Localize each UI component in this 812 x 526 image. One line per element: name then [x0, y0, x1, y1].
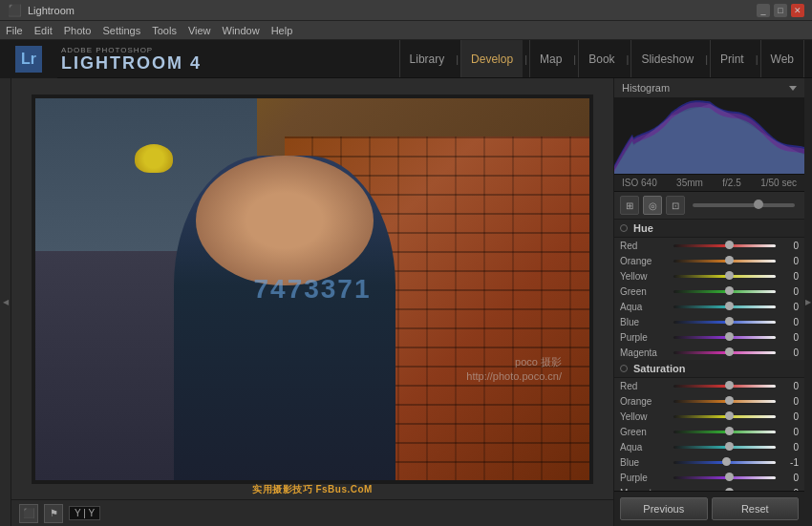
slider-track-red[interactable]: [673, 244, 776, 247]
focal-value: 35mm: [676, 178, 703, 188]
slider-track-purple[interactable]: [673, 476, 776, 479]
slider-thumb-aqua[interactable]: [725, 302, 734, 310]
slider-thumb-red[interactable]: [725, 381, 734, 389]
menu-photo[interactable]: Photo: [64, 25, 92, 36]
slider-thumb-red[interactable]: [725, 241, 734, 249]
reset-button[interactable]: Reset: [712, 497, 800, 520]
slider-track-yellow[interactable]: [673, 275, 776, 278]
slider-track-magenta[interactable]: [673, 351, 776, 354]
color-row-red: Red0: [614, 378, 804, 393]
center-panel: 7473371 poco 摄影 http://photo.poco.cn/ 实用…: [11, 78, 613, 526]
hue-rows: Red0Orange0Yellow0Green0Aqua0Blue0Purple…: [614, 238, 804, 360]
hsl-section: Hue Red0Orange0Yellow0Green0Aqua0Blue0Pu…: [614, 220, 804, 491]
slider-track-aqua[interactable]: [673, 305, 776, 308]
nav-sep-1: |: [454, 53, 460, 65]
circle-tool-icon[interactable]: ◎: [643, 196, 662, 215]
tab-slideshow[interactable]: Slideshow: [630, 40, 703, 77]
previous-button[interactable]: Previous: [620, 497, 708, 520]
view-toggle-btn[interactable]: ⬛: [19, 504, 38, 523]
menu-window[interactable]: Window: [223, 25, 260, 36]
maximize-button[interactable]: □: [774, 4, 787, 17]
photo-person: [174, 156, 395, 480]
right-panel: Histogram ISO 640 35mm f/2.5 1/50 sec ⊞ …: [613, 78, 804, 526]
slider-track-yellow[interactable]: [673, 415, 776, 418]
slider-track-orange[interactable]: [673, 260, 776, 263]
slider-thumb-yellow[interactable]: [725, 411, 734, 420]
slider-track-blue[interactable]: [673, 321, 776, 324]
histogram-header[interactable]: Histogram: [614, 78, 804, 98]
slider-thumb-orange[interactable]: [725, 256, 734, 264]
color-label-green: Green: [620, 427, 670, 437]
slider-thumb-magenta[interactable]: [725, 488, 734, 492]
nav-label[interactable]: Y | Y: [69, 506, 100, 520]
slider-track-purple[interactable]: [673, 336, 776, 339]
slider-track-red[interactable]: [673, 385, 776, 388]
app-logo: Lr: [0, 40, 57, 78]
minimize-button[interactable]: _: [757, 4, 770, 17]
exposure-slider-track[interactable]: [693, 203, 795, 207]
histogram-display: [614, 98, 804, 175]
slider-thumb-green[interactable]: [725, 427, 734, 435]
color-value-purple: 0: [780, 332, 799, 343]
color-label-yellow: Yellow: [620, 411, 670, 422]
slider-thumb-magenta[interactable]: [725, 347, 734, 356]
slider-track-orange[interactable]: [673, 400, 776, 403]
slider-thumb-purple[interactable]: [725, 332, 734, 341]
slider-thumb-orange[interactable]: [725, 396, 734, 405]
bottom-toolbar: ⬛ ⚑ Y | Y: [11, 499, 613, 526]
crop-tool-icon[interactable]: ⊡: [666, 196, 685, 215]
slider-thumb-purple[interactable]: [725, 473, 734, 481]
color-label-purple: Purple: [620, 473, 670, 483]
photo-flowers: [135, 144, 173, 173]
close-button[interactable]: ✕: [791, 4, 804, 17]
left-panel-toggle[interactable]: ◀: [0, 78, 11, 526]
menu-file[interactable]: File: [6, 25, 23, 36]
slider-thumb-blue[interactable]: [722, 457, 731, 466]
histogram-canvas: [614, 98, 804, 175]
menu-settings[interactable]: Settings: [102, 25, 140, 36]
right-edge-panel[interactable]: ▶: [804, 78, 812, 526]
histogram-collapse-icon[interactable]: [789, 86, 797, 91]
nav-sep-6: |: [754, 53, 760, 65]
title-bar: ⬛ Lightroom _ □ ✕: [0, 0, 812, 21]
slider-track-green[interactable]: [673, 290, 776, 293]
saturation-label: Saturation: [633, 363, 799, 374]
main-area: ◀ 7473371 poco 摄影 http:: [0, 78, 812, 526]
tab-web[interactable]: Web: [760, 40, 804, 77]
slider-thumb-blue[interactable]: [725, 317, 734, 326]
slider-thumb-green[interactable]: [725, 286, 734, 295]
color-row-blue: Blue0: [614, 314, 804, 329]
fbus-watermark: 实用摄影技巧 FsBus.CoM: [252, 483, 373, 496]
grid-tool-icon[interactable]: ⊞: [620, 196, 639, 215]
flag-btn[interactable]: ⚑: [44, 504, 63, 523]
color-label-yellow: Yellow: [620, 271, 670, 282]
tab-print[interactable]: Print: [710, 40, 754, 77]
hue-dot: [620, 224, 628, 232]
tab-develop[interactable]: Develop: [460, 40, 523, 77]
color-row-blue: Blue-1: [614, 454, 804, 470]
slider-thumb-aqua[interactable]: [725, 442, 734, 451]
slider-track-aqua[interactable]: [673, 446, 776, 449]
color-label-blue: Blue: [620, 457, 670, 468]
color-label-green: Green: [620, 286, 670, 297]
color-row-yellow: Yellow0: [614, 409, 804, 424]
menu-edit[interactable]: Edit: [34, 25, 53, 36]
saturation-section-header[interactable]: Saturation: [614, 360, 804, 378]
tab-map[interactable]: Map: [529, 40, 571, 77]
tab-book[interactable]: Book: [578, 40, 624, 77]
menu-help[interactable]: Help: [271, 25, 293, 36]
exposure-slider-thumb[interactable]: [754, 200, 763, 209]
window-controls: _ □ ✕: [757, 4, 804, 17]
menu-tools[interactable]: Tools: [152, 25, 177, 36]
poco-url: http://photo.poco.cn/: [466, 370, 562, 382]
slider-track-green[interactable]: [673, 431, 776, 433]
slider-track-blue[interactable]: [673, 461, 776, 464]
camera-info-bar: ISO 640 35mm f/2.5 1/50 sec: [614, 175, 804, 192]
slider-thumb-yellow[interactable]: [725, 271, 734, 280]
tab-library[interactable]: Library: [399, 40, 455, 77]
photo-frame: 7473371 poco 摄影 http://photo.poco.cn/: [32, 95, 593, 484]
color-row-orange: Orange0: [614, 253, 804, 268]
hue-section-header[interactable]: Hue: [614, 220, 804, 238]
menu-view[interactable]: View: [188, 25, 211, 36]
nav-tabs: Library | Develop | Map | Book | Slidesh…: [399, 40, 804, 77]
